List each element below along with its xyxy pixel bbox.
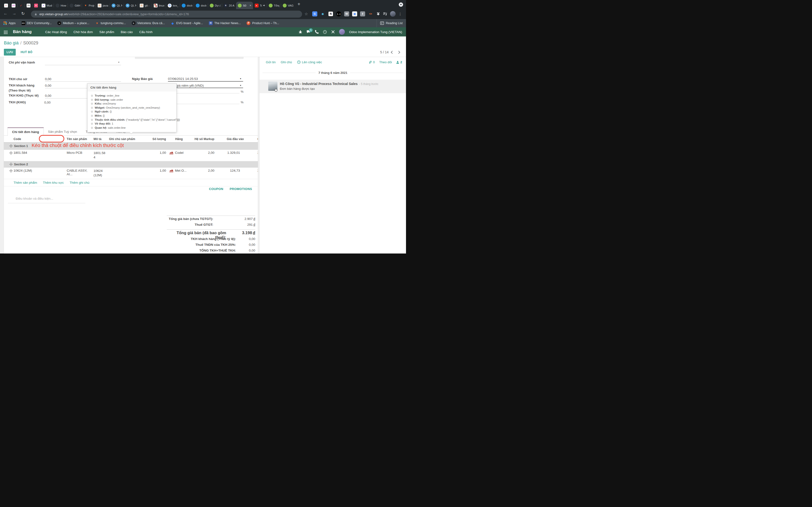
tab-order-lines[interactable]: Chi tiết đơn hàng <box>7 127 44 136</box>
browser-tab[interactable]: Gkex_e <box>166 2 180 9</box>
browser-tab[interactable]: docke <box>194 2 208 9</box>
browser-tab[interactable]: ▶To <box>253 2 267 9</box>
tab-optional-products[interactable]: Sản phẩm Tuỳ chọn <box>44 127 82 136</box>
bookmark-item[interactable]: V.Vietcetera: Đưa câ... <box>132 21 165 25</box>
tkh-cho-so-input[interactable] <box>45 76 121 81</box>
column-header-product-note[interactable]: Ghi chú sản phẩm <box>108 137 136 141</box>
follow-button[interactable]: Theo dõi <box>379 60 392 64</box>
column-header-price-clipped[interactable]: Gi <box>244 137 258 141</box>
new-tab-button[interactable]: + <box>298 1 300 8</box>
chatter-message[interactable]: Hồ Công Vũ - Industrial Process Technica… <box>260 80 406 93</box>
schedule-activity-button[interactable]: Lên công việc <box>297 60 322 64</box>
browser-tab[interactable]: CP <box>10 2 17 9</box>
cell-empty[interactable] <box>41 169 65 179</box>
browser-tab[interactable]: docke <box>180 2 194 9</box>
breadcrumb-quotations-link[interactable]: Báo giá <box>4 41 18 45</box>
cell-brand[interactable]: Codel <box>167 151 190 161</box>
column-header-cost[interactable]: Giá đầu vào <box>216 137 244 141</box>
dropdown-caret-icon[interactable]: ▾ <box>240 84 241 87</box>
wappalyzer-extension-icon[interactable]: W <box>344 11 349 16</box>
column-header-quantity[interactable]: Số lượng <box>136 137 167 141</box>
app-name[interactable]: Bán hàng <box>13 30 32 34</box>
column-header-description[interactable]: Mô tả <box>94 137 108 141</box>
discard-button[interactable]: HUỶ BỎ <box>20 50 33 54</box>
cell-description[interactable]: 10624 (12M) <box>94 169 108 179</box>
cell-product-name[interactable]: Micro PCB <box>65 151 94 161</box>
browser-tab[interactable]: VAG C <box>281 2 295 9</box>
browser-tab[interactable]: Dự án <box>208 2 222 9</box>
cell-product-note[interactable] <box>108 169 136 179</box>
cell-markup[interactable]: 2,00 <box>190 151 216 161</box>
menu-to-invoice[interactable]: Chờ hóa đơn <box>73 30 93 34</box>
menu-activities[interactable]: Các Hoạt động <box>45 30 67 34</box>
forward-button[interactable]: → <box>11 11 17 16</box>
user-name[interactable]: Odoo Implemenation Tung (VIETAN) <box>349 30 402 34</box>
quotation-date-input[interactable] <box>168 76 243 81</box>
cell-cost[interactable]: 1.329,01 <box>216 151 244 161</box>
cell-price-clipped[interactable]: 2.6 <box>244 151 258 161</box>
cell-product-note[interactable] <box>108 151 136 161</box>
menu-products[interactable]: Sản phẩm <box>99 30 114 34</box>
react-devtools-extension-icon[interactable]: ◉ <box>320 11 325 16</box>
cell-brand[interactable]: Met O... <box>167 169 190 179</box>
messages-button[interactable]: 5 <box>306 30 311 34</box>
browser-profile-avatar[interactable] <box>390 11 396 17</box>
percent-input-2[interactable] <box>168 99 240 104</box>
tools-icon[interactable] <box>331 30 335 34</box>
section-row[interactable]: Section 2 <box>4 161 258 168</box>
tab-close-icon[interactable]: × <box>249 4 251 7</box>
browser-tab[interactable]: GitHu <box>68 2 82 9</box>
dropdown-caret-icon[interactable]: ▾ <box>240 77 241 80</box>
browser-tab[interactable]: ≡git - H <box>138 2 152 9</box>
reading-list-button[interactable]: Reading List <box>376 19 403 27</box>
message-author[interactable]: Hồ Công Vũ - Industrial Process Technica… <box>280 82 378 86</box>
browser-tab[interactable]: S <box>33 2 40 9</box>
browser-tab[interactable]: ▚linux - <box>152 2 166 9</box>
add-section-link[interactable]: Thêm khu vực <box>43 181 64 184</box>
address-bar[interactable]: erp.vietan-group.vn/web#id=29&action=292… <box>31 11 302 18</box>
cell-product-name[interactable]: CABLE ASSY, AI... <box>65 169 94 179</box>
browser-tab[interactable]: ● <box>2 2 10 9</box>
drag-handle-icon[interactable] <box>9 151 13 155</box>
browser-tab[interactable]: UQL Ng <box>110 2 124 9</box>
reload-button[interactable]: ↻ <box>20 11 26 16</box>
percent-input-1[interactable] <box>168 89 240 94</box>
column-header-code[interactable]: Code <box>13 137 41 141</box>
browser-tab[interactable]: ▼Projec <box>82 2 96 9</box>
browser-tab[interactable]: ≡javasc <box>96 2 110 9</box>
promotions-button[interactable]: PROMOTIONS <box>230 187 252 191</box>
followers-button[interactable]: 2 <box>396 60 402 64</box>
column-header-brand[interactable]: Hãng <box>167 137 190 141</box>
cell-empty[interactable] <box>41 151 65 161</box>
attachments-button[interactable]: 0 <box>368 60 375 64</box>
bookmark-star-icon[interactable]: ☆ <box>305 12 308 16</box>
browser-tab[interactable]: ✓ <box>17 2 25 9</box>
save-button[interactable]: LƯU <box>4 49 16 56</box>
bookmark-item[interactable]: DEVDEV Community... <box>21 21 52 25</box>
bookmark-apps[interactable]: Apps <box>3 21 16 25</box>
browser-tab[interactable]: ●Mudre <box>40 2 54 9</box>
dropdown-caret-icon[interactable]: ▾ <box>118 61 119 63</box>
browser-tab[interactable]: UQL Ng <box>124 2 138 9</box>
pager-next-icon[interactable] <box>397 51 400 54</box>
cell-price-clipped[interactable]: 2 <box>244 169 258 179</box>
html-validator-extension-icon[interactable]: <> <box>368 11 373 16</box>
cell-quantity[interactable]: 1,00 <box>136 169 167 179</box>
browser-tab-active[interactable]: S0× <box>236 2 253 9</box>
column-header-product-name[interactable]: Tên sản phẩm <box>65 137 94 141</box>
drag-handle-icon[interactable] <box>9 163 13 166</box>
menu-reporting[interactable]: Báo cáo <box>121 30 133 34</box>
cell-description[interactable]: 1801.584 <box>94 151 108 161</box>
terms-placeholder[interactable]: Điều khoản và điều kiện... <box>16 197 53 201</box>
bookmark-item[interactable]: ●●Medium – a place... <box>57 21 89 25</box>
add-note-link[interactable]: Thêm ghi chú <box>69 181 89 184</box>
pager-previous-icon[interactable] <box>391 51 394 54</box>
browser-menu-icon[interactable]: ⋮ <box>399 12 402 16</box>
pricelist-input[interactable] <box>168 83 243 88</box>
drag-handle-icon[interactable] <box>9 144 13 148</box>
browser-tab[interactable]: How t <box>54 2 68 9</box>
cell-markup[interactable]: 2,00 <box>190 169 216 179</box>
translate-extension-icon[interactable]: G <box>312 11 317 16</box>
cell-quantity[interactable]: 1,00 <box>136 151 167 161</box>
playlist-icon[interactable] <box>383 12 387 16</box>
